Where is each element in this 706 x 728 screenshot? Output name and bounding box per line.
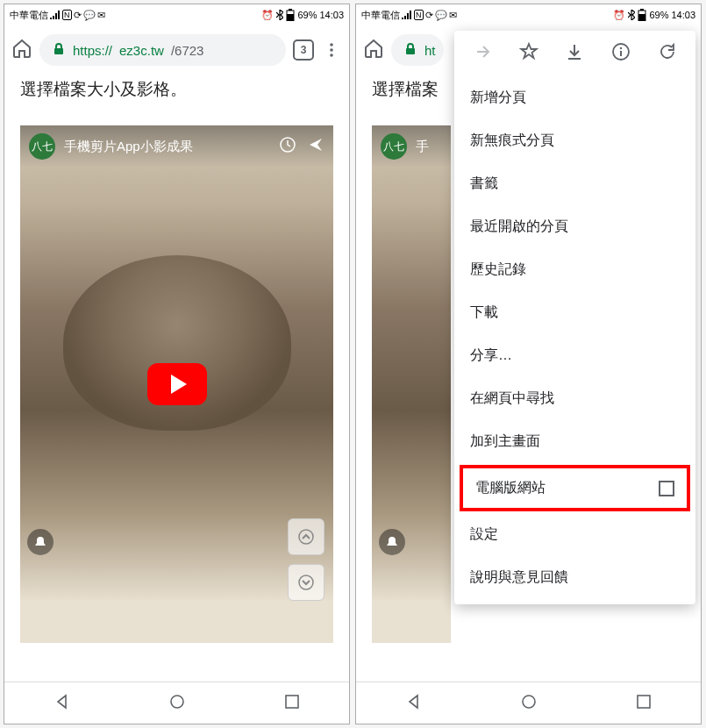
menu-label: 最近開啟的分頁: [470, 218, 568, 236]
info-icon[interactable]: [611, 42, 631, 65]
battery-icon: [638, 9, 646, 21]
desktop-site-checkbox[interactable]: [659, 481, 674, 496]
tab-switcher[interactable]: 3: [293, 39, 314, 61]
menu-new-tab[interactable]: 新增分頁: [454, 76, 695, 119]
menu-find[interactable]: 在網頁中尋找: [454, 377, 695, 420]
url-scheme: https://: [73, 43, 112, 58]
nav-bar: [356, 682, 701, 724]
scroll-up-button[interactable]: [288, 518, 324, 555]
svg-point-9: [299, 575, 313, 589]
share-icon[interactable]: [307, 136, 324, 157]
home-button[interactable]: [520, 693, 538, 714]
alarm-icon: ⏰: [613, 10, 625, 21]
alarm-icon: ⏰: [261, 10, 274, 21]
carrier-label: 中華電信: [361, 9, 400, 22]
menu-history[interactable]: 歷史記錄: [454, 248, 695, 291]
svg-point-17: [620, 47, 622, 49]
home-button[interactable]: [168, 693, 186, 714]
signal-icon: [402, 11, 412, 19]
menu-label: 下載: [470, 303, 498, 322]
url-scheme-cut: ht: [424, 43, 436, 58]
highlight-desktop-site: 電腦版網站: [460, 465, 690, 511]
video-title: 手機剪片App小影成果: [64, 139, 270, 155]
lock-icon: [403, 42, 417, 59]
svg-rect-14: [638, 14, 645, 21]
page-content: 選擇檔案大小及影格。 八七 手機剪片App小影成果: [4, 75, 349, 682]
sync-icon: ⟳: [425, 10, 433, 21]
download-icon[interactable]: [565, 42, 584, 65]
menu-label: 新增分頁: [470, 89, 526, 107]
bluetooth-icon: [628, 10, 635, 20]
play-button[interactable]: [147, 363, 207, 405]
sync-icon: ⟳: [74, 10, 82, 21]
menu-bookmarks[interactable]: 書籤: [454, 162, 695, 205]
bluetooth-icon: [276, 10, 283, 20]
notification-badge[interactable]: [27, 529, 53, 555]
time-label: 14:03: [671, 10, 695, 20]
svg-point-19: [523, 696, 535, 708]
svg-rect-20: [638, 696, 650, 708]
menu-desktop-site[interactable]: 電腦版網站: [463, 468, 687, 508]
menu-label: 分享…: [470, 346, 512, 365]
menu-recent-tabs[interactable]: 最近開啟的分頁: [454, 205, 695, 248]
page-text: 選擇檔案大小及影格。: [4, 75, 349, 110]
overflow-menu: 新增分頁 新無痕式分頁 書籤 最近開啟的分頁 歷史記錄 下載 分享… 在網頁中尋…: [454, 31, 695, 604]
video-header: 八七 手機剪片App小影成果: [20, 125, 333, 168]
battery-pct: 69%: [649, 10, 668, 20]
watch-later-icon[interactable]: [279, 136, 296, 157]
menu-add-homescreen[interactable]: 加到主畫面: [454, 420, 695, 463]
carrier-label: 中華電信: [10, 9, 48, 22]
lock-icon: [52, 42, 66, 59]
svg-point-5: [330, 48, 333, 52]
time-label: 14:03: [319, 10, 344, 20]
menu-downloads[interactable]: 下載: [454, 291, 695, 334]
notification-badge[interactable]: [379, 529, 405, 555]
reload-icon[interactable]: [658, 42, 677, 65]
nav-bar: [4, 682, 349, 724]
star-icon[interactable]: [519, 42, 538, 65]
channel-avatar[interactable]: 八七: [381, 133, 407, 160]
url-host: ez3c.tw: [119, 43, 164, 58]
url-bar[interactable]: ht: [391, 34, 444, 66]
svg-point-4: [330, 43, 333, 46]
forward-icon[interactable]: [473, 42, 492, 65]
chat-icon: 💬: [83, 10, 96, 21]
svg-rect-2: [287, 14, 294, 21]
menu-label: 在網頁中尋找: [470, 389, 554, 408]
recent-button[interactable]: [636, 694, 652, 713]
svg-rect-11: [286, 696, 298, 708]
back-button[interactable]: [53, 693, 71, 714]
tab-count-label: 3: [301, 44, 307, 56]
phone-right: 中華電信 N ⟳ 💬 ✉ ⏰ 69% 14:03 ht 選擇檔案 八七 手: [355, 4, 702, 724]
nfc-icon: N: [414, 10, 424, 20]
recent-button[interactable]: [284, 694, 300, 713]
youtube-embed[interactable]: 八七 手: [372, 125, 451, 643]
scroll-down-button[interactable]: [288, 564, 324, 601]
mail-icon: ✉: [97, 10, 105, 21]
status-bar: 中華電信 N ⟳ 💬 ✉ ⏰ 69% 14:03: [4, 4, 349, 25]
signal-icon: [50, 11, 61, 19]
svg-rect-3: [54, 48, 63, 54]
youtube-embed[interactable]: 八七 手機剪片App小影成果: [20, 125, 333, 643]
overflow-menu-button[interactable]: [321, 39, 342, 61]
home-icon[interactable]: [11, 38, 32, 62]
svg-point-6: [330, 54, 333, 57]
menu-label: 說明與意見回饋: [470, 568, 568, 587]
video-header: 八七 手: [372, 125, 451, 168]
back-button[interactable]: [405, 693, 423, 714]
menu-share[interactable]: 分享…: [454, 334, 695, 377]
url-bar[interactable]: https://ez3c.tw/6723: [39, 34, 286, 66]
home-icon[interactable]: [363, 38, 384, 62]
menu-settings[interactable]: 設定: [454, 513, 695, 556]
menu-label: 歷史記錄: [470, 261, 526, 279]
channel-avatar[interactable]: 八七: [29, 133, 55, 160]
menu-label: 電腦版網站: [475, 479, 546, 497]
status-bar: 中華電信 N ⟳ 💬 ✉ ⏰ 69% 14:03: [356, 4, 701, 25]
menu-help[interactable]: 說明與意見回饋: [454, 556, 695, 599]
menu-incognito[interactable]: 新無痕式分頁: [454, 119, 695, 162]
svg-point-8: [299, 530, 313, 544]
menu-label: 新無痕式分頁: [470, 132, 554, 150]
menu-icon-row: [454, 31, 695, 76]
chat-icon: 💬: [435, 10, 447, 21]
svg-point-10: [171, 696, 183, 708]
